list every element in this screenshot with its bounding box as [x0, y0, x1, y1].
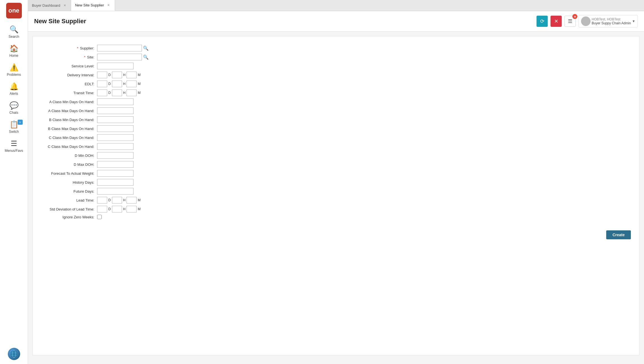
std-dev-m-label: M: [137, 207, 141, 211]
d-max-doh-input[interactable]: [97, 161, 134, 168]
dropdown-chevron-icon: ▼: [632, 19, 635, 23]
b-class-max-row: B Class Max Days On Hand:: [41, 125, 631, 132]
a-class-max-row: A Class Max Days On Hand:: [41, 107, 631, 114]
switch-badge: ≡: [18, 120, 23, 125]
future-days-label: Future Days:: [41, 189, 97, 193]
tab-buyer-dashboard-close[interactable]: ✕: [62, 3, 67, 8]
sidebar: one 🔍 Search 🏠 Home ⚠️ Problems 🔔 Alerts…: [0, 0, 28, 364]
lead-time-label: Lead Time:: [41, 198, 97, 202]
a-class-max-input[interactable]: [97, 107, 134, 114]
lead-time-d[interactable]: [97, 197, 107, 204]
tab-buyer-dashboard[interactable]: Buyer Dashboard ✕: [28, 0, 71, 11]
transit-time-row: Transit Time: D H M: [41, 89, 631, 96]
supplier-input[interactable]: [97, 45, 142, 51]
required-star-site: *: [84, 55, 85, 59]
b-class-min-label: B Class Min Days On Hand:: [41, 118, 97, 122]
std-dev-h[interactable]: [112, 206, 122, 212]
ignore-zero-weeks-checkbox[interactable]: [97, 215, 102, 219]
create-button[interactable]: Create: [606, 230, 631, 239]
std-dev-d[interactable]: [97, 206, 107, 212]
sidebar-item-search[interactable]: 🔍 Search: [0, 22, 28, 41]
forecast-weight-label: Forecast To Actual Weight:: [41, 171, 97, 176]
transit-time-h[interactable]: [112, 89, 122, 96]
delivery-interval-d[interactable]: [97, 72, 107, 78]
transit-time-d[interactable]: [97, 89, 107, 96]
sidebar-bottom: [8, 348, 20, 364]
delivery-interval-h[interactable]: [112, 72, 122, 78]
std-dev-h-label: H: [123, 207, 126, 211]
form-container: * Supplier: 🔍 * Site: 🔍: [32, 36, 640, 355]
c-class-min-input[interactable]: [97, 134, 134, 141]
sidebar-item-problems[interactable]: ⚠️ Problems: [0, 60, 28, 79]
refresh-button[interactable]: ⟳: [537, 16, 548, 27]
supplier-search-icon: 🔍: [143, 46, 149, 51]
sidebar-item-menus-favs[interactable]: ☰ Menus/Favs: [0, 136, 28, 155]
star-badge: ★: [572, 14, 577, 19]
std-dev-dhm: D H M: [97, 206, 141, 212]
site-row: * Site: 🔍: [41, 54, 631, 60]
d-min-doh-input[interactable]: [97, 152, 134, 159]
transit-time-label: Transit Time:: [41, 91, 97, 95]
site-search-button[interactable]: 🔍: [143, 55, 149, 60]
sidebar-label-chats: Chats: [10, 111, 18, 115]
delivery-interval-m-label: M: [137, 73, 141, 77]
delivery-interval-m[interactable]: [127, 72, 137, 78]
delivery-interval-label: Delivery Interval:: [41, 73, 97, 77]
sidebar-item-alerts[interactable]: 🔔 Alerts: [0, 79, 28, 98]
c-class-min-label: C Class Min Days On Hand:: [41, 136, 97, 140]
app-logo[interactable]: one: [6, 3, 22, 18]
service-level-label: Service Level:: [41, 64, 97, 68]
refresh-icon: ⟳: [540, 18, 544, 24]
future-days-row: Future Days:: [41, 188, 631, 195]
site-input[interactable]: [97, 54, 142, 60]
globe-icon[interactable]: [8, 348, 20, 360]
site-label: * Site:: [41, 55, 97, 59]
required-star-supplier: *: [77, 46, 78, 50]
avatar: [581, 16, 591, 26]
a-class-min-input[interactable]: [97, 98, 134, 105]
main-area: Buyer Dashboard ✕ New Site Supplier ✕ Ne…: [28, 0, 644, 364]
std-dev-label: Std Deviation of Lead Time:: [41, 207, 97, 211]
lead-time-row: Lead Time: D H M: [41, 197, 631, 204]
supplier-search-button[interactable]: 🔍: [143, 46, 149, 51]
forecast-weight-row: Forecast To Actual Weight:: [41, 170, 631, 177]
user-role: Buyer Suppy Chain Admin: [592, 21, 631, 25]
close-page-button[interactable]: ✕: [551, 16, 562, 27]
edlt-d[interactable]: [97, 81, 107, 87]
bell-icon: 🔔: [10, 82, 18, 91]
header-actions: ⟳ ✕ ☰ ★ HOBTest, HOBTest Buyer Suppy Cha…: [537, 15, 638, 27]
page-title: New Site Supplier: [34, 18, 86, 25]
c-class-max-input[interactable]: [97, 143, 134, 150]
std-dev-m[interactable]: [127, 206, 137, 212]
lead-time-m[interactable]: [127, 197, 137, 204]
user-name: HOBTest, HOBTest: [592, 17, 620, 21]
lead-time-m-label: M: [137, 198, 141, 202]
edlt-m[interactable]: [127, 81, 137, 87]
sidebar-item-switch[interactable]: 📋 Switch: [0, 117, 28, 136]
user-dropdown[interactable]: HOBTest, HOBTest Buyer Suppy Chain Admin…: [579, 15, 638, 27]
future-days-input[interactable]: [97, 188, 134, 195]
delivery-interval-row: Delivery Interval: D H M: [41, 72, 631, 78]
b-class-max-input[interactable]: [97, 125, 134, 132]
b-class-min-input[interactable]: [97, 116, 134, 123]
sidebar-label-problems: Problems: [7, 73, 21, 77]
transit-time-d-label: D: [108, 91, 111, 95]
sidebar-item-chats[interactable]: 💬 Chats: [0, 98, 28, 117]
delivery-interval-dhm: D H M: [97, 72, 141, 78]
history-days-input[interactable]: [97, 179, 134, 186]
d-min-doh-row: D Min DOH:: [41, 152, 631, 159]
transit-time-h-label: H: [123, 91, 126, 95]
edlt-h[interactable]: [112, 81, 122, 87]
chat-icon: 💬: [10, 101, 18, 110]
content-area: * Supplier: 🔍 * Site: 🔍: [28, 32, 644, 364]
tab-new-site-supplier-close[interactable]: ✕: [106, 3, 111, 8]
lead-time-h[interactable]: [112, 197, 122, 204]
sidebar-label-menus-favs: Menus/Favs: [5, 149, 23, 153]
forecast-weight-input[interactable]: [97, 170, 134, 177]
sidebar-item-home[interactable]: 🏠 Home: [0, 41, 28, 60]
sidebar-label-search: Search: [8, 35, 19, 39]
transit-time-m[interactable]: [127, 89, 137, 96]
tab-new-site-supplier[interactable]: New Site Supplier ✕: [71, 0, 115, 11]
service-level-input[interactable]: [97, 63, 134, 69]
sidebar-switch-area: 📋 Switch ≡: [0, 117, 28, 136]
